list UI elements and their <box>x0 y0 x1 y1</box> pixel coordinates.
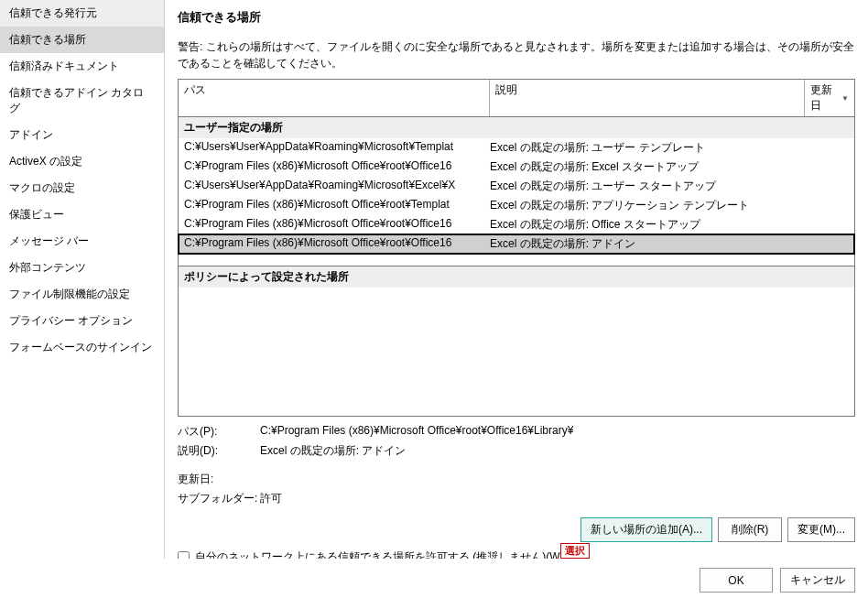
ok-button[interactable]: OK <box>700 568 773 593</box>
policy-locations-section-header: ポリシーによって設定された場所 <box>179 266 854 288</box>
detail-subfolder-label: サブフォルダー: <box>178 491 260 506</box>
column-header-path[interactable]: パス <box>179 80 490 116</box>
sidebar-item-external-content[interactable]: 外部コンテンツ <box>0 255 164 281</box>
detail-path-value: C:¥Program Files (x86)¥Microsoft Office¥… <box>260 424 855 440</box>
allow-network-checkbox-row[interactable]: 自分のネットワーク上にある信頼できる場所を許可する (推奨しません)(W) <box>178 548 855 559</box>
allow-network-checkbox[interactable] <box>178 551 190 559</box>
detail-date-label: 更新日: <box>178 472 260 487</box>
table-row[interactable]: C:¥Program Files (x86)¥Microsoft Office¥… <box>179 158 854 177</box>
warning-text: 警告: これらの場所はすべて、ファイルを開くのに安全な場所であると見なされます。… <box>178 38 855 71</box>
sidebar-item-file-block-settings[interactable]: ファイル制限機能の設定 <box>0 281 164 308</box>
detail-path-label: パス(P): <box>178 424 260 440</box>
add-new-location-button[interactable]: 新しい場所の追加(A)... <box>580 517 712 542</box>
detail-date-value <box>260 472 855 487</box>
table-row[interactable]: C:¥Program Files (x86)¥Microsoft Office¥… <box>179 196 854 215</box>
sidebar-item-activex-settings[interactable]: ActiveX の設定 <box>0 148 164 175</box>
table-row-selected[interactable]: C:¥Program Files (x86)¥Microsoft Office¥… <box>178 234 855 255</box>
table-body: C:¥Users¥User¥AppData¥Roaming¥Microsoft¥… <box>179 138 854 266</box>
location-details: パス(P): C:¥Program Files (x86)¥Microsoft … <box>178 422 855 508</box>
table-row[interactable]: C:¥Program Files (x86)¥Microsoft Office¥… <box>179 215 854 234</box>
sidebar: 信頼できる発行元 信頼できる場所 信頼済みドキュメント 信頼できるアドイン カタ… <box>0 0 165 559</box>
detail-subfolder-value: 許可 <box>260 491 855 506</box>
sidebar-item-privacy-options[interactable]: プライバシー オプション <box>0 308 164 334</box>
table-row[interactable]: C:¥Users¥User¥AppData¥Roaming¥Microsoft¥… <box>179 138 854 158</box>
allow-network-label: 自分のネットワーク上にある信頼できる場所を許可する (推奨しません)(W) <box>195 549 564 559</box>
table-header: パス 説明 更新日 ▼ <box>179 80 854 117</box>
main-content: 信頼できる場所 警告: これらの場所はすべて、ファイルを開くのに安全な場所である… <box>165 0 868 559</box>
sidebar-item-form-based-signin[interactable]: フォームベースのサインイン <box>0 334 164 361</box>
detail-description-label: 説明(D): <box>178 443 260 459</box>
modify-button[interactable]: 変更(M)... <box>787 517 855 542</box>
sidebar-item-trusted-publishers[interactable]: 信頼できる発行元 <box>0 0 164 27</box>
policy-locations-body <box>179 288 854 416</box>
page-title: 信頼できる場所 <box>178 9 855 26</box>
cancel-button[interactable]: キャンセル <box>780 568 855 593</box>
table-row[interactable]: C:¥Users¥User¥AppData¥Roaming¥Microsoft¥… <box>179 177 854 196</box>
sidebar-item-protected-view[interactable]: 保護ビュー <box>0 201 164 228</box>
sidebar-item-trusted-locations[interactable]: 信頼できる場所 <box>0 27 164 53</box>
dialog-footer: OK キャンセル <box>700 568 855 593</box>
remove-button[interactable]: 削除(R) <box>718 517 782 542</box>
detail-description-value: Excel の既定の場所: アドイン <box>260 443 855 459</box>
user-locations-section-header: ユーザー指定の場所 <box>179 117 854 138</box>
sidebar-item-macro-settings[interactable]: マクロの設定 <box>0 175 164 201</box>
sidebar-item-message-bar[interactable]: メッセージ バー <box>0 228 164 255</box>
sidebar-item-addins[interactable]: アドイン <box>0 122 164 148</box>
sort-arrow-icon: ▼ <box>841 94 849 103</box>
column-header-date[interactable]: 更新日 ▼ <box>805 80 854 116</box>
sidebar-item-trusted-addin-catalogs[interactable]: 信頼できるアドイン カタログ <box>0 80 164 122</box>
column-header-date-label: 更新日 <box>810 82 841 114</box>
action-button-row: 新しい場所の追加(A)... 削除(R) 変更(M)... 選択 <box>178 517 855 542</box>
selection-tooltip: 選択 <box>560 543 590 559</box>
locations-table: パス 説明 更新日 ▼ ユーザー指定の場所 C:¥Users¥User¥AppD… <box>178 79 855 417</box>
column-header-description[interactable]: 説明 <box>490 80 805 116</box>
sidebar-item-trusted-documents[interactable]: 信頼済みドキュメント <box>0 53 164 80</box>
